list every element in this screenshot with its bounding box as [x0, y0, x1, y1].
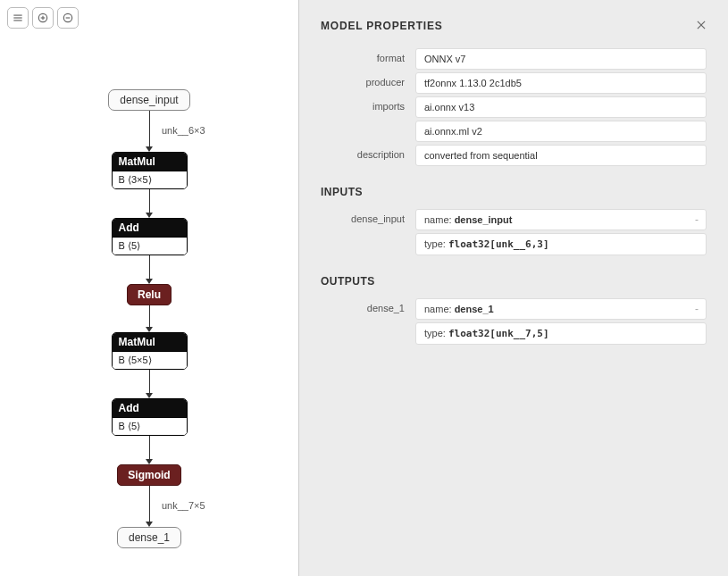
prop-row-description: description converted from sequential: [321, 145, 707, 166]
op-attr: B ⟨5⟩: [113, 237, 187, 255]
prop-value-name: name: dense_input -: [415, 209, 707, 230]
properties-panel: MODEL PROPERTIES format ONNX v7 producer…: [298, 0, 728, 576]
edge: [146, 255, 153, 284]
expand-toggle[interactable]: -: [695, 303, 699, 315]
kv-val: float32[unk__6,3]: [448, 238, 549, 250]
panel-title: MODEL PROPERTIES: [321, 20, 707, 32]
prop-label: format: [321, 48, 415, 70]
prop-value-type: type: float32[unk__7,5]: [415, 322, 707, 345]
prop-value-name: name: dense_1 -: [415, 298, 707, 320]
kv-val: dense_1: [455, 304, 494, 314]
graph-canvas[interactable]: dense_input unk__6×3 MatMul B ⟨3×5⟩ Add …: [0, 0, 298, 576]
prop-label: dense_1: [321, 298, 415, 345]
menu-button[interactable]: [7, 7, 29, 29]
graph-container: dense_input unk__6×3 MatMul B ⟨3×5⟩ Add …: [0, 89, 298, 548]
op-title: MatMul: [113, 333, 187, 351]
minus-circle-icon: [62, 12, 74, 24]
edge-last: unk__7×5: [146, 486, 153, 527]
sigmoid-node[interactable]: Sigmoid: [117, 464, 180, 486]
prop-value: ai.onnx v13: [415, 96, 707, 118]
edge: [146, 305, 153, 332]
op-title: Add: [113, 219, 187, 237]
op-title: Add: [113, 399, 187, 417]
close-icon: [695, 19, 707, 31]
op-attr: B ⟨3×5⟩: [113, 171, 187, 188]
edge-label: unk__7×5: [162, 500, 205, 511]
matmul-node-2[interactable]: MatMul B ⟨5×5⟩: [112, 332, 188, 370]
prop-row-imports: imports ai.onnx v13 ai.onnx.ml v2: [321, 96, 707, 142]
output-tensor-node[interactable]: dense_1: [117, 527, 181, 548]
edge: [146, 370, 153, 398]
kv-key: name:: [424, 304, 452, 314]
kv-key: name:: [424, 214, 452, 225]
section-title-inputs: INPUTS: [321, 186, 707, 198]
matmul-node-1[interactable]: MatMul B ⟨3×5⟩: [112, 152, 188, 189]
edge-label: unk__6×3: [162, 125, 205, 136]
prop-value: ONNX v7: [415, 48, 707, 70]
prop-row-input: dense_input name: dense_input - type: fl…: [321, 209, 707, 255]
kv-key: type:: [424, 238, 446, 249]
zoom-out-button[interactable]: [57, 7, 79, 29]
kv-val: dense_input: [455, 214, 513, 225]
section-title-outputs: OUTPUTS: [321, 275, 707, 288]
add-node-2[interactable]: Add B ⟨5⟩: [112, 398, 188, 436]
edge: [146, 436, 153, 464]
zoom-in-button[interactable]: [32, 7, 54, 29]
prop-row-output: dense_1 name: dense_1 - type: float32[un…: [321, 298, 707, 345]
prop-row-format: format ONNX v7: [321, 48, 707, 70]
prop-label: dense_input: [321, 209, 415, 255]
prop-value-type: type: float32[unk__6,3]: [415, 233, 707, 255]
op-attr: B ⟨5×5⟩: [113, 351, 187, 369]
close-button[interactable]: [692, 16, 710, 34]
edge-1: unk__6×3: [146, 111, 153, 152]
op-attr: B ⟨5⟩: [113, 417, 187, 435]
toolbar: [7, 7, 79, 29]
prop-label: producer: [321, 72, 415, 94]
expand-toggle[interactable]: -: [695, 213, 699, 226]
relu-node[interactable]: Relu: [127, 284, 172, 305]
add-node-1[interactable]: Add B ⟨5⟩: [112, 218, 188, 255]
prop-value: ai.onnx.ml v2: [415, 121, 707, 142]
plus-circle-icon: [37, 12, 49, 24]
prop-label: imports: [321, 96, 415, 142]
prop-label: description: [321, 145, 415, 166]
prop-row-producer: producer tf2onnx 1.13.0 2c1db5: [321, 72, 707, 94]
prop-value: converted from sequential: [415, 145, 707, 166]
edge: [146, 189, 153, 218]
menu-icon: [12, 12, 24, 24]
op-title: MatMul: [113, 153, 187, 171]
kv-val: float32[unk__7,5]: [448, 328, 549, 339]
kv-key: type:: [424, 328, 446, 338]
prop-value: tf2onnx 1.13.0 2c1db5: [415, 72, 707, 94]
input-tensor-node[interactable]: dense_input: [108, 89, 189, 111]
